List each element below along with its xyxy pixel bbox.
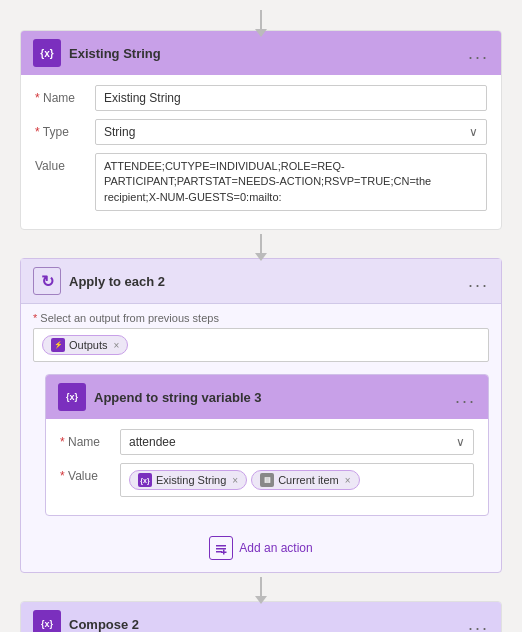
value-label: Value [35, 153, 85, 173]
name-field-row: Name Existing String [35, 85, 487, 111]
apply-each-icon: ↻ [33, 267, 61, 295]
append-string-card: {x} Append to string variable 3 ... Name… [45, 374, 489, 516]
append-value-field-row: Value {x} Existing String × ▤ Current it… [60, 463, 474, 497]
type-select[interactable]: String ∨ [95, 119, 487, 145]
value-field-row: Value ATTENDEE;CUTYPE=INDIVIDUAL;ROLE=RE… [35, 153, 487, 211]
append-name-label: Name [60, 429, 110, 449]
existing-string-tag-icon: {x} [138, 473, 152, 487]
append-string-title: Append to string variable 3 [94, 390, 447, 405]
name-input[interactable]: Existing String [95, 85, 487, 111]
existing-string-tag: {x} Existing String × [129, 470, 247, 490]
add-action-icon [209, 536, 233, 560]
existing-string-more[interactable]: ... [468, 43, 489, 64]
compose-title: Compose 2 [69, 617, 460, 632]
existing-string-tag-label: Existing String [156, 474, 226, 486]
append-name-field-row: Name attendee ∨ [60, 429, 474, 455]
append-name-select[interactable]: attendee ∨ [120, 429, 474, 455]
append-string-more[interactable]: ... [455, 387, 476, 408]
existing-string-card: {x} Existing String ... Name Existing St… [20, 30, 502, 230]
outputs-tag: ⚡ Outputs × [42, 335, 128, 355]
outputs-tag-label: Outputs [69, 339, 108, 351]
chevron-down-icon: ∨ [469, 125, 478, 139]
current-item-tag-close[interactable]: × [345, 475, 351, 486]
svg-rect-0 [216, 545, 226, 547]
add-action-label: Add an action [239, 541, 312, 555]
append-string-body: Name attendee ∨ Value {x} Existing Strin… [46, 419, 488, 515]
append-string-header: {x} Append to string variable 3 ... [46, 375, 488, 419]
append-value-label: Value [60, 463, 110, 483]
select-output-label: * Select an output from previous steps [33, 312, 489, 324]
existing-string-title: Existing String [69, 46, 460, 61]
name-label: Name [35, 85, 85, 105]
type-field-row: Type String ∨ [35, 119, 487, 145]
existing-string-body: Name Existing String Type String ∨ Value… [21, 75, 501, 229]
append-string-icon: {x} [58, 383, 86, 411]
compose-more[interactable]: ... [468, 614, 489, 632]
existing-string-header: {x} Existing String ... [21, 31, 501, 75]
apply-each-header: ↻ Apply to each 2 ... [21, 259, 501, 304]
append-value-tags-field[interactable]: {x} Existing String × ▤ Current item × [120, 463, 474, 497]
apply-each-select-area: * Select an output from previous steps ⚡… [21, 304, 501, 366]
apply-each-title: Apply to each 2 [69, 274, 460, 289]
current-item-tag-label: Current item [278, 474, 339, 486]
current-item-tag: ▤ Current item × [251, 470, 359, 490]
type-label: Type [35, 119, 85, 139]
existing-string-icon: {x} [33, 39, 61, 67]
current-item-tag-icon: ▤ [260, 473, 274, 487]
outputs-tags-field[interactable]: ⚡ Outputs × [33, 328, 489, 362]
outputs-tag-close[interactable]: × [114, 340, 120, 351]
value-input[interactable]: ATTENDEE;CUTYPE=INDIVIDUAL;ROLE=REQ-PART… [95, 153, 487, 211]
svg-rect-1 [216, 548, 226, 550]
append-name-chevron-icon: ∨ [456, 435, 465, 449]
outputs-tag-icon: ⚡ [51, 338, 65, 352]
add-action-area[interactable]: Add an action [21, 524, 501, 572]
compose-header: {x} Compose 2 ... [21, 602, 501, 632]
apply-each-more[interactable]: ... [468, 271, 489, 292]
compose-icon: {x} [33, 610, 61, 632]
apply-each-card: ↻ Apply to each 2 ... * Select an output… [20, 258, 502, 573]
svg-rect-4 [221, 552, 227, 554]
existing-string-tag-close[interactable]: × [232, 475, 238, 486]
compose-card: {x} Compose 2 ... Inputs {x} Existing St… [20, 601, 502, 632]
